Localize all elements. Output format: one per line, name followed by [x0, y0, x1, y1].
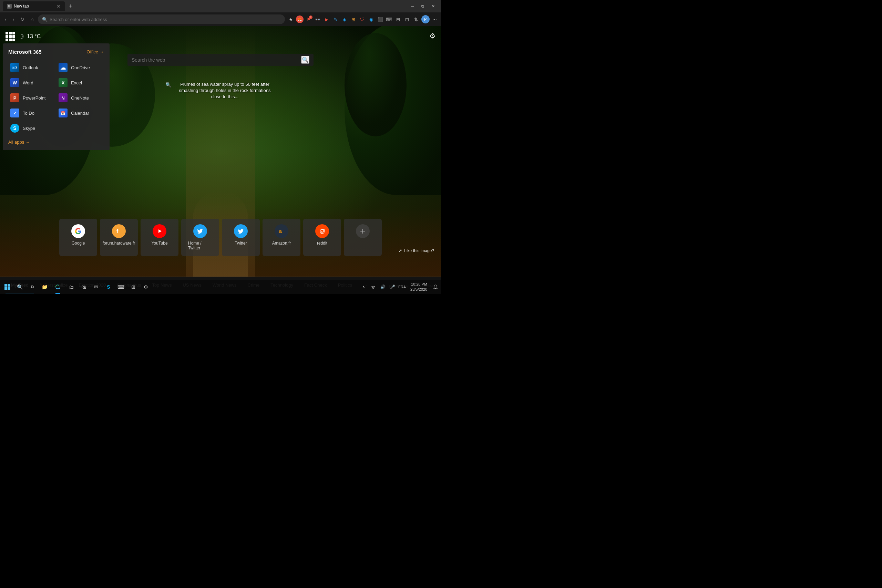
store-button[interactable]: 🛍 — [78, 281, 90, 293]
taskbar-app2-button[interactable]: ⚙ — [140, 281, 152, 293]
tab-title: New tab — [14, 4, 29, 9]
favorites-icon[interactable]: ★ — [287, 15, 295, 23]
image-caption: Plumes of sea water spray up to 50 feet … — [174, 81, 276, 100]
search-input[interactable] — [132, 57, 298, 63]
extension-icon-5[interactable]: ✎ — [332, 15, 339, 23]
onedrive-icon: ☁ — [58, 63, 68, 72]
extension-icon-8[interactable]: 🛡 — [358, 15, 366, 23]
todo-label: To Do — [23, 111, 34, 116]
taskbar: 🔍 ⧉ 📁 🗂 🛍 ✉ S — [0, 280, 441, 294]
forward-button[interactable]: › — [10, 15, 16, 23]
all-apps-link[interactable]: All apps → — [8, 140, 104, 145]
address-bar[interactable]: 🔍 — [38, 15, 285, 24]
menu-dots-button[interactable]: ··· — [431, 16, 438, 22]
app-item-powerpoint[interactable]: P PowerPoint — [8, 91, 56, 105]
excel-icon: X — [58, 78, 68, 87]
microphone-icon[interactable]: 🎤 — [388, 283, 396, 291]
tray-chevron[interactable]: ∧ — [359, 283, 368, 291]
dev-button[interactable]: ⌨ — [115, 281, 127, 293]
google-label: Google — [72, 241, 85, 246]
toolbar: ‹ › ↻ ⌂ 🔍 ★ 🦊 ⚑2 👓 ▶ ✎ ◈ ⊞ 🛡 ◉ ⬛ ⌨ ⊞ ⊡ ⇅… — [0, 12, 441, 26]
extension-icon-6[interactable]: ◈ — [341, 15, 348, 23]
quick-link-reddit[interactable]: reddit — [303, 219, 341, 256]
tab-bar: ⊞ New tab ✕ + ─ ⧉ ✕ — [0, 0, 441, 12]
forum-label: forum.hardware.fr — [103, 241, 135, 246]
svg-rect-5 — [114, 226, 124, 236]
volume-icon[interactable]: 🔊 — [379, 283, 387, 291]
taskbar-search-button[interactable]: 🔍 — [14, 281, 26, 293]
taskbar-app1-button[interactable]: ⊞ — [128, 281, 139, 293]
task-view-button[interactable]: ⧉ — [26, 281, 38, 293]
favorites-bar-icon[interactable]: ⊞ — [394, 15, 402, 23]
powerpoint-label: PowerPoint — [23, 95, 45, 100]
app-item-excel[interactable]: X Excel — [57, 75, 104, 90]
svg-text:a: a — [279, 228, 282, 234]
quick-link-google[interactable]: Google — [59, 219, 97, 256]
extension-icon-3[interactable]: 👓 — [314, 15, 321, 23]
file-explorer-button[interactable]: 📁 — [39, 281, 50, 293]
app-item-calendar[interactable]: 📅 Calendar — [57, 106, 104, 120]
profile-button[interactable]: P — [422, 15, 430, 23]
new-tab-button[interactable]: + — [66, 3, 75, 10]
home-button[interactable]: ⌂ — [28, 15, 36, 23]
extension-icon-4[interactable]: ▶ — [323, 15, 330, 23]
svg-rect-23 — [4, 287, 7, 290]
word-label: Word — [23, 80, 33, 86]
office-link[interactable]: Office → — [87, 49, 104, 54]
taskbar-skype-button[interactable]: S — [103, 281, 114, 293]
settings-button[interactable]: ⚙ — [429, 32, 435, 40]
svg-point-25 — [373, 288, 374, 289]
extension-icon-9[interactable]: ◉ — [368, 15, 375, 23]
search-button[interactable]: 🔍 — [301, 56, 309, 64]
clock[interactable]: 10:28 PM 23/5/2020 — [408, 282, 430, 292]
app-item-onedrive[interactable]: ☁ OneDrive — [57, 60, 104, 75]
tab-close-button[interactable]: ✕ — [57, 3, 61, 9]
extension-icon-1[interactable]: 🦊 — [296, 15, 303, 23]
extension-icon-7[interactable]: ⊞ — [350, 15, 357, 23]
amazon-label: Amazon.fr — [272, 241, 291, 246]
refresh-button[interactable]: ↻ — [18, 15, 27, 23]
quick-link-twitter[interactable]: Twitter — [222, 219, 260, 256]
profile-sync-icon[interactable]: ⇅ — [412, 15, 420, 23]
address-input[interactable] — [50, 17, 281, 22]
extension-icon-10[interactable]: ⬛ — [376, 15, 384, 23]
quick-link-youtube[interactable]: YouTube — [141, 219, 178, 256]
taskbar-app1-icon: ⊞ — [131, 284, 135, 290]
network-icon[interactable] — [369, 283, 377, 291]
quick-link-forum[interactable]: f forum.hardware.fr — [100, 219, 138, 256]
extension-icon-2[interactable]: ⚑2 — [305, 15, 312, 23]
collections-icon[interactable]: ⊡ — [404, 15, 411, 23]
app-item-onenote[interactable]: N OneNote — [57, 91, 104, 105]
like-image-label: Like this image? — [404, 248, 434, 253]
maximize-button[interactable]: ⧉ — [418, 2, 428, 11]
taskbar-search-icon: 🔍 — [17, 284, 23, 290]
minimize-button[interactable]: ─ — [408, 2, 417, 11]
close-button[interactable]: ✕ — [428, 2, 438, 11]
app-item-word[interactable]: W Word — [8, 75, 56, 90]
apps-grid-button[interactable] — [6, 32, 15, 41]
active-tab[interactable]: ⊞ New tab ✕ — [3, 2, 65, 11]
svg-point-17 — [323, 231, 324, 232]
file-explorer-icon: 📁 — [42, 284, 48, 290]
search-container: 🔍 — [128, 54, 314, 66]
app-item-outlook[interactable]: O Outlook — [8, 60, 56, 75]
language-icon[interactable]: FRA — [398, 283, 406, 291]
app-item-todo[interactable]: ✓ To Do — [8, 106, 56, 120]
notification-button[interactable] — [431, 283, 440, 291]
quick-link-add[interactable]: + — [344, 219, 382, 256]
youtube-label: YouTube — [151, 241, 168, 246]
ms365-title: Microsoft 365 — [8, 49, 42, 55]
quick-link-amazon[interactable]: a Amazon.fr — [262, 219, 300, 256]
files-button[interactable]: 🗂 — [66, 281, 77, 293]
mail-button[interactable]: ✉ — [90, 281, 102, 293]
word-icon: W — [10, 78, 19, 87]
moon-icon: ☽ — [18, 32, 24, 40]
back-button[interactable]: ‹ — [3, 15, 9, 23]
edge-button[interactable] — [51, 280, 65, 294]
app-item-skype[interactable]: S Skype — [8, 121, 56, 135]
quick-link-home-twitter[interactable]: Home / Twitter — [181, 219, 219, 256]
start-button[interactable] — [2, 281, 13, 293]
search-icon: 🔍 — [42, 17, 48, 22]
like-image-button[interactable]: ⤢ Like this image? — [399, 248, 434, 253]
extension-icon-11[interactable]: ⌨ — [386, 15, 393, 23]
